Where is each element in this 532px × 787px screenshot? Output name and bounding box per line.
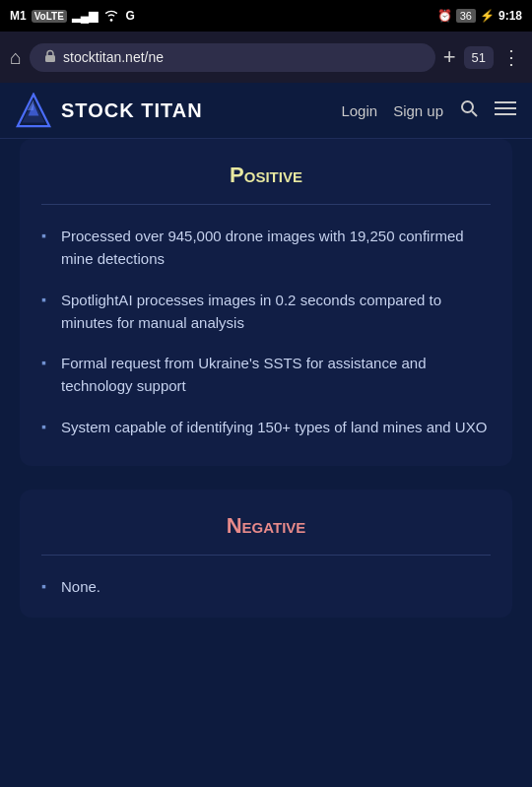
new-tab-button[interactable]: +: [443, 44, 456, 70]
negative-section-card: Negative None.: [20, 490, 512, 618]
more-options-button[interactable]: ⋮: [501, 45, 522, 69]
signup-link[interactable]: Sign up: [393, 102, 443, 119]
status-right: ⏰ 36 ⚡ 9:18: [437, 9, 522, 23]
list-item: SpotlightAI processes images in 0.2 seco…: [41, 289, 491, 335]
negative-divider: [41, 555, 491, 556]
navbar: STOCK TITAN Login Sign up: [0, 83, 532, 139]
brand-name-text: STOCK TITAN: [61, 99, 203, 122]
list-item: Formal request from Ukraine's SSTS for a…: [41, 352, 491, 398]
list-item: None.: [41, 575, 491, 598]
main-content: Positive Processed over 945,000 drone im…: [0, 139, 532, 647]
login-link[interactable]: Login: [341, 102, 377, 119]
clock: 9:18: [499, 9, 522, 23]
alarm-icon: ⏰: [437, 9, 452, 23]
positive-title: Positive: [41, 163, 491, 188]
signal-icon: ▂▄▆: [72, 9, 99, 23]
volte-badge: VoLTE: [32, 10, 67, 23]
status-left: M1 VoLTE ▂▄▆ G: [10, 8, 135, 25]
browser-bar: ⌂ stocktitan.net/ne + 51 ⋮: [0, 32, 532, 83]
url-text: stocktitan.net/ne: [63, 49, 164, 65]
menu-icon[interactable]: [495, 99, 516, 122]
tabs-count-button[interactable]: 51: [464, 46, 494, 69]
battery-indicator: 36: [456, 9, 476, 23]
positive-section-card: Positive Processed over 945,000 drone im…: [20, 139, 512, 466]
brand: STOCK TITAN: [16, 93, 203, 128]
charging-icon: ⚡: [480, 9, 495, 23]
navbar-links: Login Sign up: [341, 98, 516, 123]
wifi-icon: [102, 8, 120, 25]
svg-rect-0: [45, 55, 55, 62]
g-icon: G: [125, 9, 134, 23]
negative-title: Negative: [41, 513, 491, 539]
positive-divider: [41, 204, 491, 205]
svg-line-4: [472, 111, 477, 116]
url-bar[interactable]: stocktitan.net/ne: [30, 43, 435, 72]
home-button[interactable]: ⌂: [10, 46, 22, 69]
search-icon[interactable]: [459, 98, 479, 123]
list-item: System capable of identifying 150+ types…: [41, 416, 491, 438]
brand-logo: [16, 93, 51, 128]
negative-bullets: None.: [41, 575, 491, 598]
positive-bullets: Processed over 945,000 drone images with…: [41, 225, 491, 438]
list-item: Processed over 945,000 drone images with…: [41, 225, 491, 271]
status-bar: M1 VoLTE ▂▄▆ G ⏰ 36 ⚡ 9:18: [0, 0, 532, 32]
carrier-label: M1: [10, 9, 27, 23]
url-security-icon: [43, 49, 57, 66]
svg-point-3: [462, 101, 473, 112]
